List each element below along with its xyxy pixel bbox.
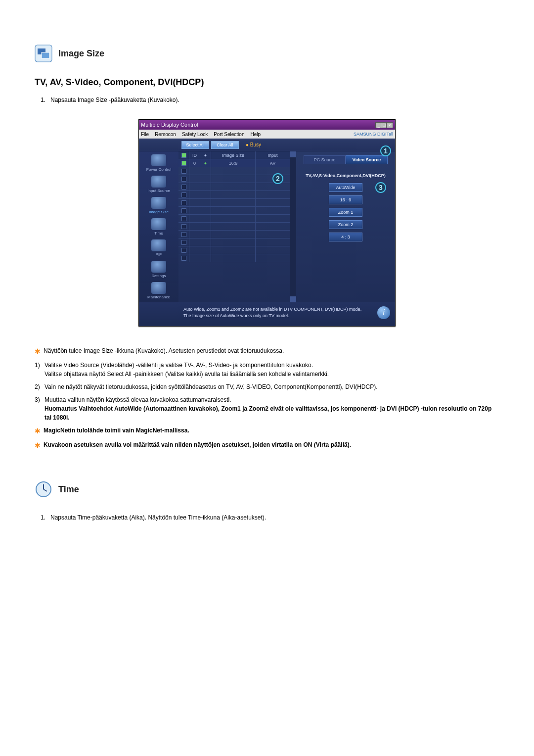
table-row bbox=[178, 207, 290, 215]
sidebar: Power Control Input Source Image Size Ti… bbox=[139, 151, 178, 302]
option-zoom2[interactable]: Zoom 2 bbox=[329, 220, 362, 229]
tab-pc-source[interactable]: PC Source bbox=[304, 155, 346, 164]
col-image-size: Image Size bbox=[211, 151, 256, 159]
table-row bbox=[178, 254, 290, 262]
col-id: ID bbox=[189, 151, 200, 159]
footer-message: Auto Wide, Zoom1 and Zoom2 are not avail… bbox=[139, 302, 395, 326]
sidebar-item-image-size[interactable]: Image Size bbox=[143, 197, 174, 214]
option-16-9[interactable]: 16 : 9 bbox=[329, 195, 362, 204]
note-text: Valitse Video Source (Videolähde) -välil… bbox=[44, 361, 329, 378]
option-4-3[interactable]: 4 : 3 bbox=[329, 233, 362, 241]
scroll-up-icon bbox=[290, 151, 296, 157]
note-text: MagicNetin tulolähde toimii vain MagicNe… bbox=[44, 426, 189, 436]
note-text: Vain ne näytöt näkyvät tietoruudukossa, … bbox=[44, 382, 377, 391]
table-row bbox=[178, 191, 290, 199]
table-row bbox=[178, 183, 290, 191]
list-number: 3) bbox=[35, 395, 44, 422]
note-text: Kuvakoon asetuksen avulla voi määrittää … bbox=[44, 440, 351, 451]
time-nav-icon bbox=[151, 218, 166, 230]
power-icon bbox=[151, 154, 166, 166]
menu-safety[interactable]: Safety Lock bbox=[182, 132, 208, 137]
image-size-icon bbox=[35, 45, 52, 62]
table-row bbox=[178, 246, 290, 254]
star-icon: ✱ bbox=[35, 426, 44, 436]
scroll-down-icon bbox=[290, 296, 296, 302]
clear-all-button[interactable]: Clear All bbox=[211, 141, 239, 149]
image-size-nav-icon bbox=[151, 197, 166, 209]
list-number: 1. bbox=[41, 513, 50, 522]
intro-text: Napsauta Image Size -pääkuvaketta (Kuvak… bbox=[50, 95, 179, 104]
intro-text: Napsauta Time-pääkuvaketta (Aika). Näytt… bbox=[50, 513, 266, 522]
star-icon: ✱ bbox=[35, 346, 44, 357]
col-status-icon: ● bbox=[200, 151, 211, 159]
sidebar-item-input[interactable]: Input Source bbox=[143, 176, 174, 193]
option-zoom1[interactable]: Zoom 1 bbox=[329, 208, 362, 217]
window-title: Multiple Display Control bbox=[141, 122, 198, 128]
sidebar-item-time[interactable]: Time bbox=[143, 218, 174, 236]
sidebar-item-maintenance[interactable]: Maintenance bbox=[143, 282, 174, 299]
table-row[interactable]: 0 ● 16:9 AV bbox=[178, 159, 290, 167]
options-panel: 1 2 3 PC Source Video Source TV,AV,S-Vid… bbox=[296, 151, 395, 302]
status-dot: ● bbox=[200, 159, 211, 167]
time-icon bbox=[35, 480, 52, 498]
note-text: Muuttaa valitun näytön käytössä olevaa k… bbox=[44, 395, 499, 422]
titlebar: Multiple Display Control _□× bbox=[139, 120, 395, 130]
busy-indicator: Busy bbox=[246, 142, 261, 147]
menu-help[interactable]: Help bbox=[250, 132, 261, 137]
app-window: Multiple Display Control _□× File Remoco… bbox=[138, 119, 396, 327]
list-number: 1) bbox=[35, 361, 44, 378]
sidebar-item-power[interactable]: Power Control bbox=[143, 154, 174, 172]
table-row bbox=[178, 238, 290, 246]
close-icon: × bbox=[386, 122, 393, 128]
callout-1: 1 bbox=[380, 145, 391, 156]
select-all-button[interactable]: Select All bbox=[181, 141, 209, 149]
svg-rect-2 bbox=[42, 52, 49, 58]
list-number: 1. bbox=[41, 95, 50, 104]
info-grid: ID ● Image Size Input 0 ● 16:9 AV bbox=[178, 151, 290, 302]
settings-icon bbox=[151, 261, 166, 273]
maintenance-icon bbox=[151, 282, 166, 294]
info-icon: i bbox=[377, 306, 390, 319]
window-controls[interactable]: _□× bbox=[377, 122, 393, 128]
note-text: Näyttöön tulee Image Size -ikkuna (Kuvak… bbox=[44, 346, 284, 357]
callout-2: 2 bbox=[272, 173, 283, 184]
col-input: Input bbox=[256, 151, 290, 159]
section-title: Image Size bbox=[58, 48, 104, 59]
menu-file[interactable]: File bbox=[141, 132, 149, 137]
sub-heading: TV, AV, S-Video, Component, DVI(HDCP) bbox=[35, 77, 499, 88]
panel-title: TV,AV,S-Video,Component,DVI(HDCP) bbox=[306, 173, 386, 178]
table-row bbox=[178, 223, 290, 231]
scrollbar[interactable] bbox=[290, 151, 296, 302]
sidebar-item-settings[interactable]: Settings bbox=[143, 261, 174, 278]
input-icon bbox=[151, 176, 166, 188]
brand-label: SAMSUNG DIGITall bbox=[354, 132, 393, 137]
header-check[interactable] bbox=[181, 153, 186, 158]
star-icon: ✱ bbox=[35, 440, 44, 451]
table-row bbox=[178, 215, 290, 223]
list-number: 2) bbox=[35, 382, 44, 391]
section-title: Time bbox=[58, 484, 79, 495]
tab-video-source[interactable]: Video Source bbox=[346, 155, 388, 164]
table-row bbox=[178, 167, 290, 175]
menubar: File Remocon Safety Lock Port Selection … bbox=[139, 130, 395, 139]
pip-icon bbox=[151, 239, 166, 251]
menu-remocon[interactable]: Remocon bbox=[155, 132, 176, 137]
callout-3: 3 bbox=[375, 182, 386, 193]
option-autowide[interactable]: AutoWide bbox=[329, 183, 362, 192]
table-row bbox=[178, 199, 290, 207]
menu-port[interactable]: Port Selection bbox=[214, 132, 244, 137]
table-row bbox=[178, 231, 290, 238]
row-check[interactable] bbox=[181, 161, 186, 166]
sidebar-item-pip[interactable]: PIP bbox=[143, 239, 174, 257]
